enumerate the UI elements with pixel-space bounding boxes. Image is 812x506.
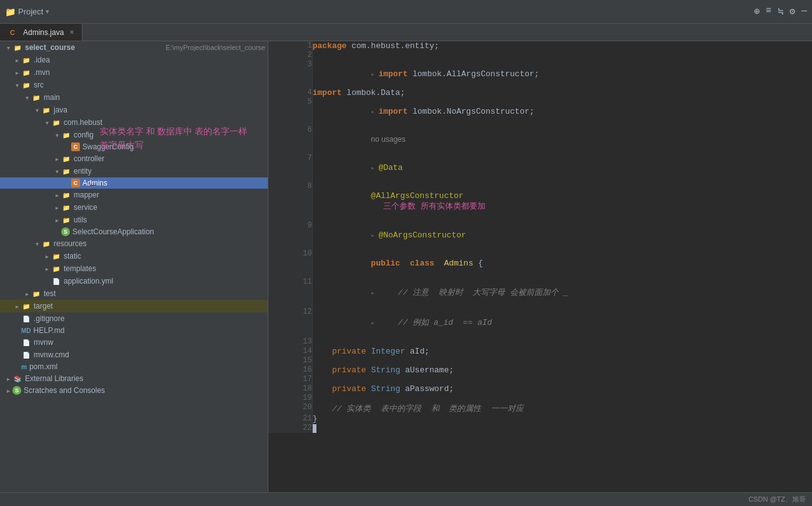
- sidebar-item-utils[interactable]: 📁 utils: [0, 214, 268, 226]
- cursor: [313, 424, 316, 433]
- item-label: application.yml: [64, 277, 265, 285]
- folder-icon: 📁: [61, 190, 71, 200]
- sidebar-item-test[interactable]: 📁 test: [0, 287, 268, 300]
- line-code[interactable]: @AllArgsConstructor 三个参数 所有实体类都要加: [312, 182, 812, 221]
- arrow-com-hebust: [42, 119, 51, 126]
- yaml-icon: 📄: [51, 276, 61, 286]
- folder-icon: 📁: [41, 105, 51, 115]
- sidebar-item-application-yml[interactable]: 📄 application.yml: [0, 275, 268, 287]
- sidebar-item-mvn[interactable]: 📁 .mvn: [0, 66, 268, 79]
- line-code[interactable]: private Integer aId;: [312, 347, 812, 356]
- folder-icon: 📁: [31, 289, 41, 299]
- project-dropdown-arrow[interactable]: ▾: [46, 7, 49, 16]
- structure-icon[interactable]: ≡: [766, 6, 771, 17]
- line-code[interactable]: no usages: [312, 126, 812, 154]
- item-label: utils: [74, 216, 265, 224]
- sidebar-item-admins[interactable]: C Admins: [0, 177, 268, 189]
- item-path: E:\myProject\back\select_course: [165, 44, 265, 51]
- maven-icon: m: [21, 364, 27, 370]
- sidebar-item-resources[interactable]: 📁 resources: [0, 237, 268, 250]
- line-code[interactable]: private String aPassword;: [312, 384, 812, 394]
- project-label: Project: [18, 7, 43, 16]
- item-label: .gitignore: [34, 314, 265, 323]
- line-code[interactable]: // 实体类 表中的字段 和 类的属性 一一对应: [312, 403, 812, 414]
- settings-icon[interactable]: ⚙: [790, 6, 795, 17]
- align-icon[interactable]: ≒: [778, 6, 783, 17]
- sidebar-item-pom-xml[interactable]: m pom.xml: [0, 361, 268, 372]
- line-code[interactable]: [312, 51, 812, 60]
- sidebar-item-static[interactable]: 📁 static: [0, 250, 268, 262]
- project-selector[interactable]: 📁 Project ▾: [5, 7, 49, 17]
- tab-admins-java[interactable]: C Admins.java ✕: [0, 24, 82, 41]
- arrow-utils: [52, 217, 61, 224]
- sidebar-item-mvnw-cmd[interactable]: 📄 mvnw.cmd: [0, 349, 268, 361]
- sidebar-item-scratches[interactable]: S Scratches and Consoles: [0, 385, 268, 396]
- item-label: service: [74, 203, 265, 212]
- scratches-icon: S: [12, 386, 21, 395]
- sidebar-item-select_course[interactable]: 📁 select_course E:\myProject\back\select…: [0, 41, 268, 54]
- sidebar-item-idea[interactable]: 📁 .idea: [0, 54, 268, 66]
- item-label: test: [44, 289, 265, 298]
- code-line-5: 5 ▸ import lombok.NoArgsConstructor;: [268, 97, 812, 126]
- project-icon: 📁: [5, 7, 16, 17]
- sidebar-item-main[interactable]: 📁 main: [0, 91, 268, 104]
- code-editor[interactable]: 1 package com.hebust.entity; 2 3 ▸ impor…: [268, 41, 812, 492]
- sidebar-item-help-md[interactable]: MD HELP.md: [0, 325, 268, 336]
- add-icon[interactable]: ⊕: [754, 6, 760, 17]
- sidebar-item-templates[interactable]: 📁 templates: [0, 262, 268, 275]
- minimize-icon[interactable]: —: [801, 6, 807, 17]
- sidebar-item-src[interactable]: 📁 src: [0, 79, 268, 91]
- sidebar-item-entity[interactable]: 📁 entity: [0, 165, 268, 177]
- line-code[interactable]: package com.hebust.entity;: [312, 41, 812, 51]
- line-code[interactable]: ▸ // 例如 a_id == aId: [312, 307, 812, 337]
- line-code[interactable]: ▸ @NoArgsConstructor: [312, 221, 812, 249]
- line-number: 10: [268, 249, 312, 277]
- line-code[interactable]: public class Admins {: [312, 249, 812, 277]
- fold-indicator-7[interactable]: ▸: [371, 165, 378, 172]
- code-line-15: 15: [268, 356, 812, 365]
- code-line-4: 4 import lombok.Data;: [268, 88, 812, 97]
- sidebar-item-target[interactable]: 📁 target: [0, 300, 268, 312]
- sidebar-item-mapper[interactable]: 📁 mapper: [0, 189, 268, 201]
- sidebar-item-service[interactable]: 📁 service: [0, 201, 268, 214]
- arrow-resources: [32, 241, 41, 247]
- line-number: 20: [268, 403, 312, 414]
- line-code[interactable]: ▸ import lombok.NoArgsConstructor;: [312, 97, 812, 126]
- line-code[interactable]: import lombok.Data;: [312, 88, 812, 97]
- line-code[interactable]: ▸ @Data: [312, 154, 812, 182]
- sidebar-item-com-hebust[interactable]: 📁 com.hebust: [0, 116, 268, 129]
- fold-indicator-11[interactable]: ▸: [371, 290, 378, 297]
- code-line-7: 7 ▸ @Data: [268, 154, 812, 182]
- line-number: 13: [268, 337, 312, 347]
- line-code[interactable]: ▸ // 注意 映射时 大写字母 会被前面加个 _: [312, 277, 812, 307]
- sidebar-item-controller[interactable]: 📁 controller: [0, 152, 268, 165]
- line-number: 6: [268, 126, 312, 154]
- sidebar-item-swaggerconfig[interactable]: C SwaggerConfig: [0, 141, 268, 152]
- line-code[interactable]: [312, 375, 812, 384]
- sidebar-item-external-libs[interactable]: 📚 External Libraries: [0, 372, 268, 385]
- sidebar-item-config[interactable]: 📁 config: [0, 129, 268, 141]
- fold-indicator-5[interactable]: ▸: [371, 109, 378, 116]
- item-label: .idea: [34, 56, 265, 64]
- code-line-22: 22: [268, 424, 812, 433]
- line-code[interactable]: ▸ import lombok.AllArgsConstructor;: [312, 60, 812, 88]
- sidebar-item-gitignore[interactable]: 📄 .gitignore: [0, 312, 268, 325]
- sidebar-item-mvnw[interactable]: 📄 mvnw: [0, 336, 268, 349]
- fold-indicator-9[interactable]: ▸: [371, 232, 378, 239]
- line-code[interactable]: [312, 337, 812, 347]
- fold-indicator-12[interactable]: ▸: [371, 320, 378, 327]
- sidebar-item-java[interactable]: 📁 java: [0, 104, 268, 116]
- tab-close-icon[interactable]: ✕: [69, 29, 74, 36]
- line-number: 18: [268, 384, 312, 394]
- line-code[interactable]: }: [312, 414, 812, 424]
- spring-icon: S: [61, 227, 70, 236]
- item-label: resources: [54, 239, 265, 248]
- sidebar-item-selectcourseapp[interactable]: S SelectCourseApplication: [0, 226, 268, 237]
- fold-indicator-3[interactable]: ▸: [371, 71, 378, 78]
- folder-icon: 📚: [12, 374, 22, 384]
- line-code[interactable]: private String aUsername;: [312, 365, 812, 375]
- line-code[interactable]: [312, 424, 812, 433]
- item-label: main: [44, 93, 265, 102]
- line-code[interactable]: [312, 394, 812, 403]
- line-code[interactable]: [312, 356, 812, 365]
